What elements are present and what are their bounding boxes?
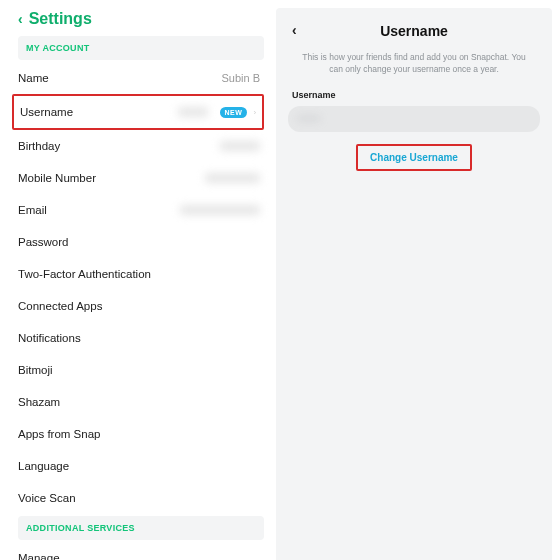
section-additional-services: ADDITIONAL SERVICES: [18, 516, 264, 540]
row-mobile[interactable]: Mobile Number: [18, 162, 264, 194]
row-value: Subin B: [222, 72, 261, 84]
row-username[interactable]: Username NEW ›: [12, 94, 264, 130]
redacted-value: [205, 173, 260, 183]
row-birthday[interactable]: Birthday: [18, 130, 264, 162]
change-username-wrap: Change Username: [288, 144, 540, 171]
back-icon[interactable]: ‹: [18, 11, 23, 27]
redacted-username: •••••: [298, 113, 321, 124]
row-label: Two-Factor Authentication: [18, 268, 151, 280]
username-pane: ‹ Username This is how your friends find…: [276, 8, 552, 560]
page-title: Username: [380, 23, 448, 39]
redacted-value: [220, 141, 260, 151]
row-two-factor[interactable]: Two-Factor Authentication: [18, 258, 264, 290]
row-right: NEW ›: [178, 107, 257, 118]
settings-pane: ‹ Settings MY ACCOUNT Name Subin B Usern…: [0, 0, 276, 560]
row-name[interactable]: Name Subin B: [18, 62, 264, 94]
row-label: Mobile Number: [18, 172, 96, 184]
row-label: Voice Scan: [18, 492, 76, 504]
row-label: Email: [18, 204, 47, 216]
row-language[interactable]: Language: [18, 450, 264, 482]
back-icon[interactable]: ‹: [292, 22, 297, 38]
row-email[interactable]: Email: [18, 194, 264, 226]
row-shazam[interactable]: Shazam: [18, 386, 264, 418]
row-label: Birthday: [18, 140, 60, 152]
row-label: Language: [18, 460, 69, 472]
row-connected-apps[interactable]: Connected Apps: [18, 290, 264, 322]
chevron-right-icon: ›: [253, 108, 256, 117]
row-label: Manage: [18, 552, 60, 560]
row-notifications[interactable]: Notifications: [18, 322, 264, 354]
redacted-value: [180, 205, 260, 215]
row-label: Username: [20, 106, 73, 118]
new-badge: NEW: [220, 107, 248, 118]
row-label: Bitmoji: [18, 364, 53, 376]
row-label: Password: [18, 236, 69, 248]
username-field-label: Username: [292, 90, 536, 100]
username-header: ‹ Username: [288, 18, 540, 40]
help-text: This is how your friends find and add yo…: [302, 52, 526, 76]
row-label: Apps from Snap: [18, 428, 100, 440]
username-input[interactable]: •••••: [288, 106, 540, 132]
row-password[interactable]: Password: [18, 226, 264, 258]
row-bitmoji[interactable]: Bitmoji: [18, 354, 264, 386]
row-voice-scan[interactable]: Voice Scan: [18, 482, 264, 514]
row-label: Name: [18, 72, 49, 84]
row-label: Connected Apps: [18, 300, 102, 312]
section-my-account: MY ACCOUNT: [18, 36, 264, 60]
change-username-button[interactable]: Change Username: [356, 144, 472, 171]
redacted-value: [178, 107, 208, 117]
row-label: Shazam: [18, 396, 60, 408]
row-apps-from-snap[interactable]: Apps from Snap: [18, 418, 264, 450]
row-manage[interactable]: Manage: [18, 542, 264, 560]
settings-header: ‹ Settings: [18, 10, 264, 28]
page-title: Settings: [29, 10, 92, 28]
row-label: Notifications: [18, 332, 81, 344]
